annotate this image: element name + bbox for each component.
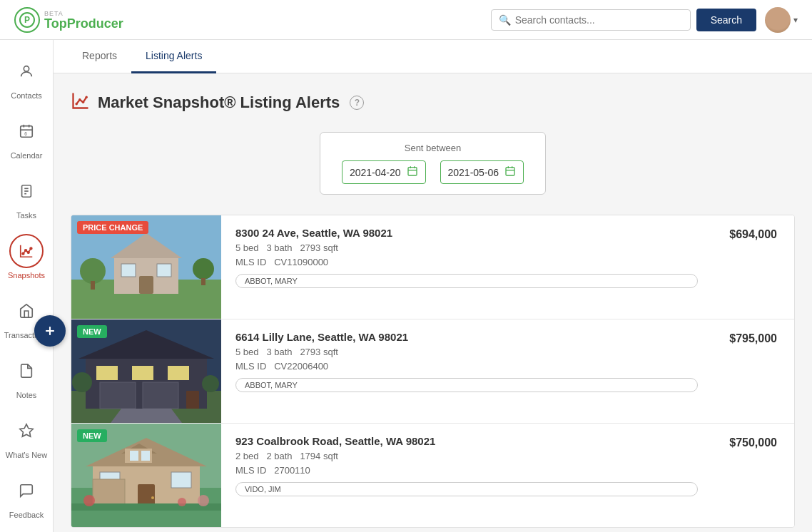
svg-point-67 xyxy=(151,496,154,499)
logo-area: P BETA TopProducer xyxy=(14,7,123,33)
search-icon: 🔍 xyxy=(499,14,511,26)
svg-point-15 xyxy=(30,247,32,250)
svg-rect-40 xyxy=(91,281,95,290)
page-title-text: Market Snapshot® Listing Alerts xyxy=(98,93,340,112)
date-from-value: 2021-04-20 xyxy=(350,167,401,178)
svg-rect-28 xyxy=(506,168,514,175)
search-input-wrap: 🔍 xyxy=(491,9,691,31)
svg-rect-63 xyxy=(141,451,150,461)
sidebar-label-snapshots: Snapshots xyxy=(8,271,45,280)
svg-rect-42 xyxy=(201,278,205,285)
svg-point-13 xyxy=(25,250,27,252)
listing-address-3: 923 Coalbrook Road, Seattle, WA 98021 xyxy=(235,435,698,447)
sidebar-item-settings[interactable]: Settings xyxy=(0,526,53,532)
listing-contact-tag-3: VIDO, JIM xyxy=(235,482,698,496)
svg-point-71 xyxy=(198,495,209,506)
listing-specs-3: 2 bed 2 bath 1794 sqft xyxy=(235,451,698,461)
sidebar-label-feedback: Feedback xyxy=(9,511,44,519)
svg-point-20 xyxy=(75,103,78,106)
svg-rect-36 xyxy=(121,264,136,277)
svg-rect-24 xyxy=(408,168,417,175)
listing-badge-3: NEW xyxy=(77,429,107,442)
svg-marker-18 xyxy=(20,424,33,436)
sidebar-item-feedback[interactable]: Feedback xyxy=(0,466,53,526)
sidebar-label-calendar: Calendar xyxy=(11,151,43,160)
avatar xyxy=(765,7,791,33)
listing-mls-3: MLS ID 2700110 xyxy=(235,465,698,476)
listing-contact-tag-1: ABBOT, MARY xyxy=(235,274,698,288)
svg-point-14 xyxy=(27,251,29,253)
date-filter-label: Sent between xyxy=(405,143,462,153)
listing-image-1: PRICE CHANGE xyxy=(71,215,221,319)
sidebar-item-notes[interactable]: Notes xyxy=(0,347,53,406)
listing-details-2: 6614 Lilly Lane, Seattle, WA 98021 5 bed… xyxy=(221,319,712,423)
logo-icon: P xyxy=(14,7,40,33)
search-area: 🔍 Search xyxy=(491,9,756,31)
svg-text:6: 6 xyxy=(24,131,27,136)
date-to-wrap: 2021-05-06 xyxy=(440,160,524,184)
sidebar-item-snapshots[interactable]: Snapshots xyxy=(0,227,53,287)
listing-mls-1: MLS ID CV11090000 xyxy=(235,257,698,267)
svg-point-72 xyxy=(178,498,186,506)
sidebar-item-whats-new[interactable]: What's New xyxy=(0,406,53,466)
listing-image-3: NEW xyxy=(71,424,221,527)
main-content: Reports Listing Alerts Market Snapshot® … xyxy=(54,40,812,532)
listing-price-3: $750,000 xyxy=(712,424,794,527)
listing-specs-1: 5 bed 3 bath 2793 sqft xyxy=(235,242,698,253)
calendar-to-icon[interactable] xyxy=(504,165,516,179)
sidebar-item-calendar[interactable]: 6 Calendar xyxy=(0,107,53,167)
svg-point-54 xyxy=(72,372,92,392)
sidebar: Contacts 6 Calendar Tasks xyxy=(0,40,54,532)
svg-rect-69 xyxy=(71,503,221,511)
listing-address-1: 8300 24 Ave, Seattle, WA 98021 xyxy=(235,227,698,239)
svg-rect-47 xyxy=(96,366,118,380)
date-from-wrap: 2021-04-20 xyxy=(342,160,426,184)
date-inputs: 2021-04-20 2021-05-06 xyxy=(342,160,524,184)
svg-rect-50 xyxy=(100,382,136,409)
svg-rect-38 xyxy=(139,276,153,294)
search-input[interactable] xyxy=(515,14,683,26)
listing-details-3: 923 Coalbrook Road, Seattle, WA 98021 2 … xyxy=(221,424,712,527)
listing-price-2: $795,000 xyxy=(712,319,794,423)
sidebar-item-contacts[interactable]: Contacts xyxy=(0,47,53,107)
calendar-from-icon[interactable] xyxy=(407,165,418,179)
top-nav: P BETA TopProducer 🔍 Search ▾ xyxy=(0,0,812,40)
listing-price-1: $694,000 xyxy=(712,215,794,319)
avatar-chevron-icon: ▾ xyxy=(793,15,798,25)
svg-rect-65 xyxy=(171,472,191,488)
date-filter-box: Sent between 2021-04-20 xyxy=(320,132,546,195)
svg-rect-37 xyxy=(157,264,171,277)
svg-point-2 xyxy=(24,66,29,71)
fab-button[interactable] xyxy=(34,315,66,347)
svg-point-23 xyxy=(85,96,88,99)
svg-point-55 xyxy=(202,375,219,392)
svg-rect-48 xyxy=(132,366,153,380)
svg-point-12 xyxy=(22,252,24,255)
user-avatar-wrap[interactable]: ▾ xyxy=(765,7,798,33)
listing-image-2: NEW xyxy=(71,319,221,423)
svg-rect-52 xyxy=(186,391,199,409)
sidebar-label-notes: Notes xyxy=(16,391,37,399)
svg-rect-51 xyxy=(143,382,178,409)
svg-rect-62 xyxy=(130,451,138,461)
listing-address-2: 6614 Lilly Lane, Seattle, WA 98021 xyxy=(235,331,698,343)
date-filter-wrap: Sent between 2021-04-20 xyxy=(71,132,795,195)
tabs-bar: Reports Listing Alerts xyxy=(54,40,812,73)
listing-contact-tag-2: ABBOT, MARY xyxy=(235,378,698,392)
help-icon[interactable]: ? xyxy=(350,96,364,110)
listing-specs-2: 5 bed 3 bath 2793 sqft xyxy=(235,347,698,357)
tab-reports[interactable]: Reports xyxy=(68,40,131,73)
listing-card: NEW 6614 Lilly Lane, Seattle, WA 98021 5… xyxy=(71,319,794,424)
logo-text: BETA TopProducer xyxy=(44,10,123,30)
tab-listing-alerts[interactable]: Listing Alerts xyxy=(131,40,216,73)
svg-point-21 xyxy=(78,98,81,101)
date-to-value: 2021-05-06 xyxy=(448,167,499,178)
sidebar-item-tasks[interactable]: Tasks xyxy=(0,167,53,227)
search-button[interactable]: Search xyxy=(696,9,756,31)
svg-point-39 xyxy=(80,258,106,284)
page-body: Market Snapshot® Listing Alerts ? Sent b… xyxy=(54,73,812,532)
sidebar-label-tasks: Tasks xyxy=(16,211,36,220)
svg-point-22 xyxy=(82,101,85,104)
brand-name: TopProducer xyxy=(44,17,123,30)
snapshots-icon xyxy=(71,91,91,115)
